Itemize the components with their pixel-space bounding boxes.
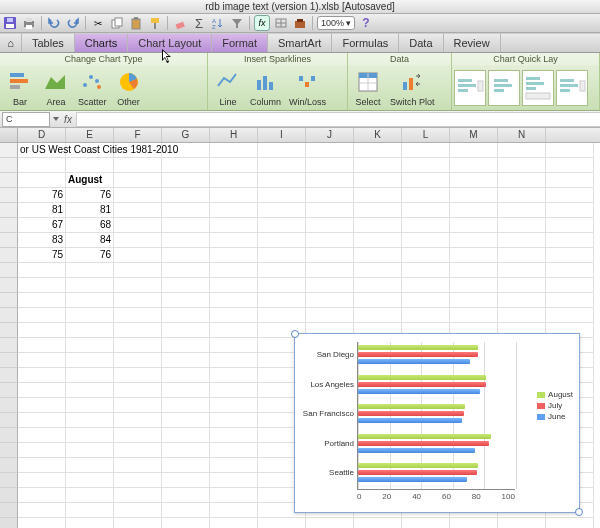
- row-header[interactable]: [0, 308, 18, 323]
- row-header[interactable]: [0, 383, 18, 398]
- cell[interactable]: [66, 338, 114, 353]
- cell[interactable]: 76: [18, 188, 66, 203]
- row-header[interactable]: [0, 428, 18, 443]
- cell[interactable]: [66, 413, 114, 428]
- column-header[interactable]: L: [402, 128, 450, 142]
- cell[interactable]: [18, 353, 66, 368]
- cell[interactable]: 81: [66, 203, 114, 218]
- row-header[interactable]: [0, 398, 18, 413]
- row-header[interactable]: [0, 338, 18, 353]
- cell[interactable]: [402, 143, 450, 158]
- cell[interactable]: [546, 518, 594, 528]
- cell[interactable]: [402, 218, 450, 233]
- cell[interactable]: [114, 353, 162, 368]
- legend-item[interactable]: August: [537, 390, 573, 399]
- cell[interactable]: [210, 338, 258, 353]
- cell[interactable]: [498, 203, 546, 218]
- sparkline-column-button[interactable]: Column: [248, 67, 283, 108]
- cell[interactable]: [450, 158, 498, 173]
- tab-format[interactable]: Format: [212, 33, 268, 52]
- select-all-corner[interactable]: [0, 128, 18, 142]
- cell[interactable]: [354, 218, 402, 233]
- cell[interactable]: [306, 218, 354, 233]
- cell[interactable]: [210, 233, 258, 248]
- cell[interactable]: [114, 233, 162, 248]
- cell[interactable]: [162, 458, 210, 473]
- cell[interactable]: [210, 308, 258, 323]
- cell[interactable]: [114, 338, 162, 353]
- cell[interactable]: [66, 308, 114, 323]
- tab-review[interactable]: Review: [444, 33, 501, 52]
- cell[interactable]: 68: [66, 218, 114, 233]
- legend-item[interactable]: July: [537, 401, 573, 410]
- cell[interactable]: [210, 383, 258, 398]
- row-header[interactable]: [0, 473, 18, 488]
- cell[interactable]: [498, 278, 546, 293]
- cell[interactable]: [114, 428, 162, 443]
- chart-bar[interactable]: [358, 441, 489, 446]
- cell[interactable]: [354, 293, 402, 308]
- chart-bar[interactable]: [358, 477, 467, 482]
- chart-bar[interactable]: [358, 404, 465, 409]
- cell[interactable]: [354, 158, 402, 173]
- cell[interactable]: [498, 188, 546, 203]
- cell[interactable]: [66, 368, 114, 383]
- chart-bar[interactable]: [358, 382, 486, 387]
- cell[interactable]: [114, 503, 162, 518]
- cell[interactable]: [450, 143, 498, 158]
- cell[interactable]: [354, 143, 402, 158]
- row-header[interactable]: [0, 518, 18, 528]
- cell[interactable]: [210, 143, 258, 158]
- cell[interactable]: [306, 248, 354, 263]
- row-header[interactable]: [0, 143, 18, 158]
- cell[interactable]: August: [66, 173, 114, 188]
- cell[interactable]: 84: [66, 233, 114, 248]
- cell[interactable]: [114, 488, 162, 503]
- cell[interactable]: [18, 293, 66, 308]
- cell[interactable]: [162, 428, 210, 443]
- cell[interactable]: [306, 263, 354, 278]
- row-header[interactable]: [0, 458, 18, 473]
- cell[interactable]: [306, 278, 354, 293]
- cell[interactable]: [114, 248, 162, 263]
- row-header[interactable]: [0, 263, 18, 278]
- cell[interactable]: [258, 203, 306, 218]
- cell[interactable]: [546, 173, 594, 188]
- row-header[interactable]: [0, 413, 18, 428]
- cell[interactable]: [18, 443, 66, 458]
- cell[interactable]: [450, 293, 498, 308]
- chart-bar[interactable]: [358, 470, 477, 475]
- cell[interactable]: [18, 158, 66, 173]
- cell[interactable]: [498, 173, 546, 188]
- cell[interactable]: [162, 278, 210, 293]
- legend-item[interactable]: June: [537, 412, 573, 421]
- tab-formulas[interactable]: Formulas: [332, 33, 399, 52]
- cell[interactable]: [498, 263, 546, 278]
- save-icon[interactable]: [2, 15, 18, 31]
- cell[interactable]: 76: [66, 188, 114, 203]
- chart-bar[interactable]: [358, 411, 464, 416]
- zoom-control[interactable]: 100%▾: [317, 16, 355, 30]
- cell[interactable]: [306, 188, 354, 203]
- cell[interactable]: [546, 278, 594, 293]
- sort-icon[interactable]: AZ: [210, 15, 226, 31]
- cell[interactable]: [162, 368, 210, 383]
- cell[interactable]: [402, 293, 450, 308]
- cell[interactable]: [114, 368, 162, 383]
- cell[interactable]: [162, 398, 210, 413]
- cell[interactable]: [210, 248, 258, 263]
- chart-bar[interactable]: [358, 389, 480, 394]
- cell[interactable]: [114, 218, 162, 233]
- cell[interactable]: [306, 203, 354, 218]
- format-painter-icon[interactable]: [147, 15, 163, 31]
- switch-plot-button[interactable]: Switch Plot: [388, 67, 437, 108]
- chart-bar[interactable]: [358, 352, 478, 357]
- cell[interactable]: [210, 368, 258, 383]
- cell[interactable]: [18, 368, 66, 383]
- cell[interactable]: [114, 308, 162, 323]
- tab-charts[interactable]: Charts: [75, 33, 128, 52]
- chart-bar[interactable]: [358, 463, 478, 468]
- row-header[interactable]: [0, 188, 18, 203]
- tab-smartart[interactable]: SmartArt: [268, 33, 332, 52]
- cell[interactable]: [162, 518, 210, 528]
